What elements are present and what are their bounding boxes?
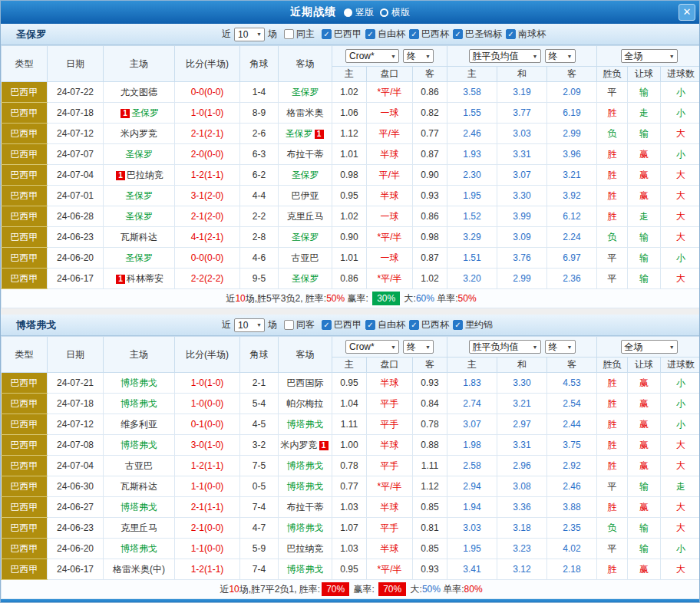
team-label: 博塔弗戈 [287,460,324,471]
summary-segment: 赢率: [345,293,371,304]
league-cell: 巴西甲 [2,144,48,165]
league-filter[interactable]: 自由杯 [365,28,405,41]
radio-vertical-label[interactable]: 竖版 [355,6,374,19]
subcol-header: 胜负 [597,358,628,373]
league-filter[interactable]: 南球杯 [506,28,546,41]
match-row: 巴西甲24-07-12维多利亚0-1(0-0)4-5博塔弗戈1.11平手0.78… [2,414,700,435]
chevron-down-icon [256,322,262,328]
team-label: 古亚巴 [292,252,319,263]
same-venue-filter[interactable]: 同客 [284,318,315,331]
avg-state-select[interactable]: 终 [545,49,576,63]
filter-controls: 近 10 场 同客 巴西甲自由杯巴西杯里约锦 [222,318,496,332]
odds-home-cell: 1.12 [332,124,367,144]
titlebar: 近期战绩 竖版 横版 ✕ [1,1,699,24]
radio-vertical-icon[interactable] [344,8,352,17]
league-filter[interactable]: 巴圣锦标 [453,28,502,41]
checkbox-checked-icon [322,29,332,39]
result-cell: 平 [597,248,628,269]
odds-away-cell: 0.86 [413,206,447,227]
odds-away-cell: 0.84 [413,394,447,414]
league-filter[interactable]: 巴西杯 [409,318,449,331]
col-corner-header: 角球 [240,46,279,82]
team-label: 科林蒂安 [127,273,163,284]
handicap-cell: 平手 [367,394,413,414]
avg-draw-cell: 3.31 [497,435,547,456]
handicap-result-cell: 输 [628,476,661,497]
filterbar: 圣保罗 近 10 场 同主 巴西甲自由杯巴西杯巴圣锦标南球杯 [1,24,699,45]
corner-cell: 4-4 [240,186,279,206]
scope-select[interactable]: 全场 [621,49,678,63]
handicap-result-cell: 输 [628,248,661,269]
team-name: 博塔弗戈 [16,318,56,332]
league-cell: 巴西甲 [2,414,48,435]
goals-result-cell: 走 [661,476,700,497]
date-cell: 24-07-07 [48,144,104,165]
odds-away-cell: 0.85 [413,539,447,559]
checkbox-checked-icon [365,320,375,330]
goals-result-cell: 小 [661,248,700,269]
league-filter[interactable]: 自由杯 [365,318,405,331]
date-cell: 24-07-18 [48,103,104,124]
away-team-cell: 格雷米奥 [279,103,332,124]
handicap-cell: 平手 [367,518,413,539]
summary-text: 近10场,胜5平3负2, 胜率:50% 赢率: 30% 大:60% 单率:50% [2,289,700,308]
chevron-down-icon [425,54,431,59]
near-label: 近 [222,28,231,41]
match-row: 巴西甲24-06-17格雷米奥(中)1-2(1-1)7-4博塔弗戈0.95*平/… [2,559,700,580]
league-cell: 巴西甲 [2,435,48,456]
close-button[interactable]: ✕ [679,4,695,21]
odds-away-cell: 0.77 [413,124,447,144]
date-cell: 24-06-17 [48,269,104,289]
corner-cell: 7-4 [240,497,279,518]
avg-state-select[interactable]: 终 [545,340,576,354]
odds-company-select[interactable]: Crow* [345,49,399,63]
team-label: 圣保罗 [125,211,153,222]
result-cell: 胜 [597,394,628,414]
radio-horizontal-icon[interactable] [380,8,388,17]
goals-result-cell: 大 [661,456,700,476]
league-filter[interactable]: 巴西甲 [322,28,362,41]
score-cell: 2-1(2-1) [175,124,240,144]
team-label: 博塔弗戈 [287,564,324,575]
avg-odds-select[interactable]: 胜平负均值 [469,340,541,354]
scope-select[interactable]: 全场 [621,340,678,354]
avg-odds-select[interactable]: 胜平负均值 [469,49,541,63]
date-cell: 24-07-22 [48,82,104,103]
team-name: 圣保罗 [16,28,46,41]
col-away-header: 客场 [279,46,332,82]
league-filter[interactable]: 巴西甲 [322,318,362,331]
goals-result-cell: 大 [661,227,700,248]
odds-state-select[interactable]: 终 [403,340,434,354]
col-score-header: 比分(半场) [175,46,240,82]
match-count-select[interactable]: 10 [234,318,265,332]
avg-draw-cell: 3.31 [497,144,547,165]
same-venue-filter[interactable]: 同主 [284,28,315,41]
avg-draw-cell: 3.36 [497,497,547,518]
score-cell: 1-2(1-1) [175,456,240,476]
result-cell: 平 [597,476,628,497]
handicap-result-cell: 赢 [628,394,661,414]
odds-company-select[interactable]: Crow* [345,340,399,354]
checkbox-checked-icon [453,29,463,39]
league-filter[interactable]: 里约锦 [453,318,493,331]
odds-state-select[interactable]: 终 [403,49,434,63]
avg-home-cell: 2.94 [447,476,497,497]
checkbox-unchecked-icon [284,320,294,330]
odds-home-cell: 1.03 [332,539,367,559]
odds-home-cell: 1.06 [332,103,367,124]
match-row: 巴西甲24-06-30瓦斯科达1-1(0-0)0-5博塔弗戈0.77*平/半1.… [2,476,700,497]
match-count-select[interactable]: 10 [234,28,265,41]
away-team-cell: 米内罗竞1 [279,435,332,456]
team-label: 博塔弗戈 [287,419,324,430]
league-filter[interactable]: 巴西杯 [409,28,449,41]
radio-horizontal-label[interactable]: 横版 [391,6,410,19]
away-team-cell: 圣保罗 [279,269,332,289]
date-cell: 24-07-04 [48,456,104,476]
same-venue-label: 同客 [296,318,315,331]
corner-cell: 7-5 [240,456,279,476]
team-label: 米内罗竞 [281,440,318,450]
team-label: 巴西国际 [287,377,324,388]
summary-segment: 30% [372,292,400,305]
league-cell: 巴西甲 [2,394,48,414]
away-team-cell: 圣保罗1 [279,124,332,144]
